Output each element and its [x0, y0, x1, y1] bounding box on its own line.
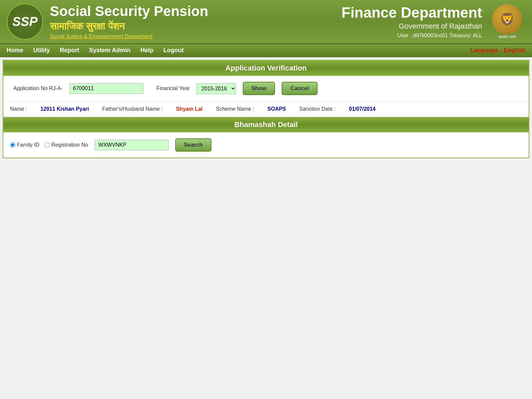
- registration-no-radio[interactable]: [45, 142, 50, 148]
- nav-items: Home Utility Report System Admin Help Lo…: [7, 47, 470, 54]
- main-content: Application Verification Application No …: [3, 60, 529, 158]
- title-sub: Social Justice & Empowerment Department: [50, 34, 266, 40]
- father-value: Shyam Lal: [176, 106, 202, 112]
- name-value: 12011 Kishan Pyari: [41, 106, 89, 112]
- nav-utility[interactable]: Utility: [33, 47, 50, 54]
- app-no-input[interactable]: [69, 83, 143, 94]
- language-label[interactable]: Language : English: [470, 47, 525, 54]
- financial-year-select[interactable]: 2015-2016 2014-2015 2016-2017: [197, 83, 236, 94]
- app-no-label: Application No RJ-A-: [13, 85, 63, 91]
- header-title-block: Social Security Pension सामाजिक सुरक्षा …: [50, 4, 266, 39]
- application-verification-header: Application Verification: [3, 61, 529, 76]
- bhamashah-search-input[interactable]: [95, 140, 169, 150]
- search-button[interactable]: Search: [175, 138, 211, 152]
- title-main: Social Security Pension: [50, 4, 266, 19]
- nav-report[interactable]: Report: [60, 47, 79, 54]
- emblem-text: सत्यमेव जयते: [498, 35, 515, 39]
- finance-dept-title: Finance Department: [266, 5, 482, 21]
- bhamashah-form-row: Family ID Registration No Search: [3, 132, 529, 158]
- emblem-icon: 🦁: [492, 4, 522, 34]
- logo: SSP: [7, 3, 43, 40]
- info-row: Name : 12011 Kishan Pyari Father's/Husba…: [3, 101, 529, 117]
- bhamashah-radio-group: Family ID Registration No: [10, 142, 88, 148]
- name-label: Name :: [10, 106, 27, 112]
- application-form-row: Application No RJ-A- Financial Year 2015…: [3, 76, 529, 101]
- nav-system-admin[interactable]: System Admin: [89, 47, 130, 54]
- nav-home[interactable]: Home: [7, 47, 23, 54]
- father-label: Father's/Husband Name :: [102, 106, 163, 112]
- family-id-label: Family ID: [17, 142, 40, 148]
- user-info: User : d97k0003co01 Treasury: ALL: [266, 33, 482, 39]
- nav-logout[interactable]: Logout: [163, 47, 184, 54]
- header: SSP Social Security Pension सामाजिक सुरक…: [0, 0, 532, 44]
- logo-text: SSP: [12, 15, 38, 29]
- nav-help[interactable]: Help: [140, 47, 153, 54]
- registration-no-radio-label[interactable]: Registration No: [45, 142, 88, 148]
- scheme-value: SOAPS: [267, 106, 286, 112]
- sanction-value: 01/07/2014: [349, 106, 375, 112]
- govt-sub: Government of Rajasthan: [266, 22, 482, 31]
- header-right-block: Finance Department Government of Rajasth…: [266, 5, 482, 39]
- show-button[interactable]: Show: [243, 82, 275, 95]
- registration-no-label: Registration No: [52, 142, 88, 148]
- emblem: 🦁 सत्यमेव जयते: [489, 3, 525, 40]
- title-hindi: सामाजिक सुरक्षा पेंशन: [50, 21, 266, 32]
- family-id-radio[interactable]: [10, 142, 15, 148]
- cancel-button[interactable]: Cancel: [282, 82, 318, 95]
- bhamashah-header: Bhamashah Detail: [3, 117, 529, 132]
- financial-year-label: Financial Year: [157, 85, 190, 91]
- sanction-label: Sanction Date :: [299, 106, 335, 112]
- family-id-radio-label[interactable]: Family ID: [10, 142, 40, 148]
- scheme-label: Scheme Name :: [216, 106, 254, 112]
- navbar: Home Utility Report System Admin Help Lo…: [0, 44, 532, 57]
